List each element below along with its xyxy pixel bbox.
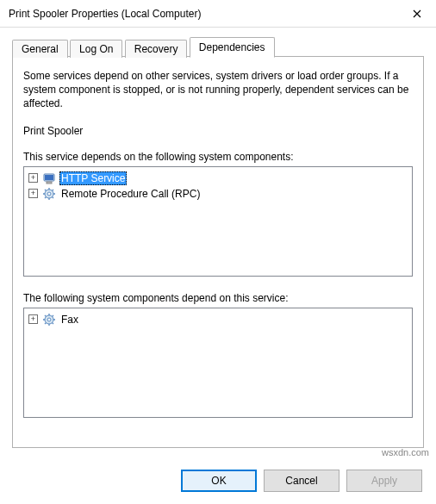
close-button[interactable] [397, 1, 436, 27]
depends-on-label: This service depends on the following sy… [23, 151, 413, 163]
tab-log-on[interactable]: Log On [70, 40, 122, 58]
depends-on-tree[interactable]: + HTTP Service + Remote Procedure Call (… [23, 166, 413, 277]
dependents-label: The following system components depend o… [23, 292, 413, 304]
tree-item-http-service[interactable]: + HTTP Service [27, 171, 409, 186]
dependents-tree[interactable]: + Fax [23, 308, 413, 418]
cancel-button[interactable]: Cancel [264, 470, 339, 492]
tabstrip: General Log On Recovery Dependencies [12, 38, 424, 57]
watermark: wsxdn.com [382, 447, 429, 457]
close-icon [413, 9, 421, 18]
ok-button[interactable]: OK [181, 470, 257, 492]
tab-recovery[interactable]: Recovery [125, 40, 188, 58]
apply-button: Apply [346, 470, 422, 492]
tree-item-label: Fax [59, 313, 80, 327]
dialog-buttons: OK Cancel Apply [181, 470, 422, 492]
description-text: Some services depend on other services, … [23, 69, 413, 111]
tree-item-label: HTTP Service [59, 171, 127, 185]
tree-item-label: Remote Procedure Call (RPC) [59, 187, 202, 201]
svg-rect-1 [45, 175, 53, 180]
expand-icon[interactable]: + [28, 189, 38, 198]
expand-icon[interactable]: + [28, 314, 38, 324]
tree-item-fax[interactable]: + Fax [27, 312, 409, 327]
window-title: Print Spooler Properties (Local Computer… [9, 8, 397, 20]
tree-item-rpc[interactable]: + Remote Procedure Call (RPC) [27, 186, 409, 202]
computer-icon [42, 171, 56, 185]
expand-icon[interactable]: + [28, 173, 38, 183]
gear-icon [42, 313, 56, 327]
dependencies-panel: Some services depend on other services, … [12, 56, 424, 448]
tab-general[interactable]: General [12, 40, 68, 58]
tab-dependencies[interactable]: Dependencies [190, 37, 275, 58]
titlebar: Print Spooler Properties (Local Computer… [0, 0, 436, 28]
svg-rect-2 [47, 182, 52, 184]
svg-point-4 [47, 192, 51, 196]
svg-point-6 [47, 318, 51, 321]
gear-icon [42, 187, 56, 201]
service-name: Print Spooler [23, 125, 413, 137]
